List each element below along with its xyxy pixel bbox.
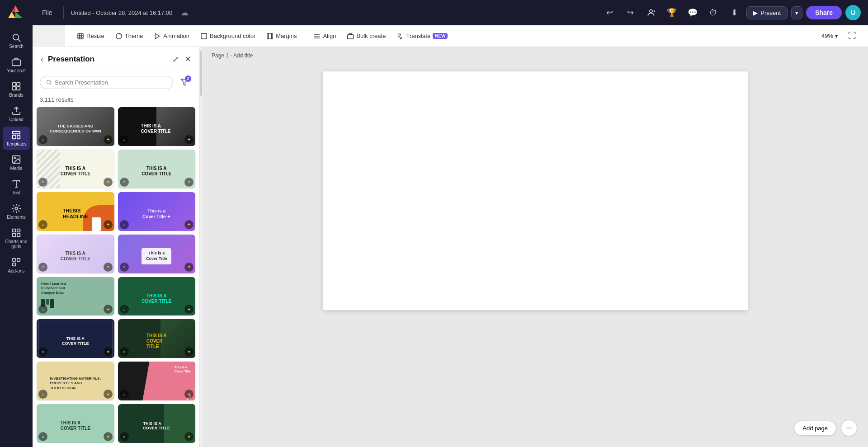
present-button[interactable]: ▶ Present [746,6,788,19]
undo-button[interactable]: ↩ [601,4,618,21]
template-pro-icon: ✦ [184,432,193,441]
sidebar-item-text[interactable]: Text [3,175,30,199]
svg-rect-29 [17,259,20,261]
sidebar-item-search[interactable]: Search [3,29,30,52]
timer-icon[interactable]: ⏱ [705,4,722,21]
zoom-control[interactable]: 49% ▾ [818,31,842,41]
svg-rect-24 [13,229,15,232]
translate-button[interactable]: Translate NEW [392,30,452,42]
document-title: Untitled - October 28, 2024 at 16.17.00 [71,9,173,16]
template-card[interactable]: THIS IS ACOVER TITLE ○ ✦ [36,319,115,358]
bulk-create-button[interactable]: Bulk create [342,30,390,42]
canvas-scroll[interactable] [203,62,868,447]
template-card[interactable]: This is aCover Title ✦ ○ ✦ [118,192,196,231]
template-card[interactable]: THIS IS ACOVER TITLE ○ ✦ [118,149,196,189]
svg-rect-18 [17,135,20,139]
avatar[interactable]: U [845,5,861,20]
svg-line-9 [18,39,20,42]
template-pro-icon: ✦ [104,178,113,187]
sidebar-label-templates: Templates [6,141,27,146]
sidebar-item-elements[interactable]: Elements [3,200,30,223]
svg-point-8 [13,34,19,40]
sidebar-item-addons[interactable]: Add-ons [3,254,30,277]
template-pro-icon: ✦ [184,263,193,272]
template-preview-icon: ○ [120,305,129,314]
toolbar: Resize Theme Animation Background color … [65,25,868,47]
template-card[interactable]: How I Learnedto Collect andAnalyze Data … [36,277,115,316]
template-card[interactable]: THIS IS ACOVERTITLE ▶▶▶ ○ ✦ [118,319,196,358]
template-card[interactable]: THIS IS ACOVER TITLE ○ ✦ [118,404,196,443]
panel-back-button[interactable]: ‹ [40,54,44,65]
svg-point-20 [14,157,15,159]
template-preview-icon: ○ [120,390,129,399]
template-preview-icon: ○ [120,432,129,441]
theme-button[interactable]: Theme [111,30,147,42]
filter-button[interactable]: 2 [177,75,192,90]
share-button[interactable]: Share [806,6,842,19]
file-menu[interactable]: File [38,7,56,18]
template-card[interactable]: THIS IS ACOVER TITLE ○ ✦ [36,149,115,189]
sidebar-item-media[interactable]: Media [3,151,30,174]
sidebar-label-upload: Upload [9,117,24,122]
animation-button[interactable]: Animation [149,30,194,42]
translate-new-badge: NEW [433,33,448,39]
template-card[interactable]: THE CAUSES ANDCONSEQUENCES OF WWI ○ ✦ [36,107,115,146]
svg-rect-33 [201,33,207,39]
background-color-button[interactable]: Background color [196,30,260,42]
templates-panel: ‹ Presentation ⤢ ✕ 2 3,111 results [33,47,200,447]
search-box[interactable] [40,76,173,89]
svg-rect-13 [13,87,16,90]
sidebar-label-search: Search [9,44,24,49]
panel-expand-button[interactable]: ⤢ [171,53,180,65]
sidebar-label-media: Media [10,166,22,171]
template-preview-icon: ○ [120,347,129,356]
sidebar-item-upload[interactable]: Upload [3,102,30,126]
template-pro-icon: ✦ [184,135,193,144]
templates-grid: THE CAUSES ANDCONSEQUENCES OF WWI ○ ✦ [33,107,199,447]
margins-button[interactable]: Margins [262,30,301,42]
resize-button[interactable]: Resize [72,30,109,42]
search-input[interactable] [55,79,167,86]
sidebar-item-your-stuff[interactable]: Your stuff [3,53,30,77]
download-button[interactable]: ⬇ [726,4,743,21]
more-options-button[interactable]: ··· [841,420,857,436]
redo-button[interactable]: ↪ [622,4,639,21]
svg-rect-26 [13,234,15,236]
svg-rect-28 [13,259,15,261]
template-preview-icon: ○ [120,135,129,144]
sidebar-item-charts[interactable]: Charts and grids [3,224,30,253]
template-card[interactable]: This is aCover Title ○ ✦ [118,234,196,274]
template-card[interactable]: THIS IS ACOVER TITLE ○ ✦ [118,277,196,316]
add-collaborator-button[interactable] [642,4,660,21]
template-card[interactable]: THESISHEADLINE ○ ✦ [36,192,115,231]
cloud-save-icon[interactable]: ☁ [180,8,189,18]
trophy-icon[interactable]: 🏆 [663,4,680,21]
sidebar-item-templates[interactable]: Templates [3,127,30,150]
template-card[interactable]: THIS IS ACOVER TITLE ○ ✦ [36,404,115,443]
template-preview-icon: ○ [38,432,47,441]
template-preview-icon: ○ [38,178,47,187]
align-button[interactable]: Align [309,30,340,42]
template-pro-icon: ✦ [104,135,113,144]
canvas-page[interactable] [323,71,748,310]
svg-point-41 [47,80,50,84]
present-caret-button[interactable]: ▾ [791,6,802,19]
template-card[interactable]: THIS IS A COVER TITLE ○ ✦ [118,107,196,146]
template-card[interactable]: INVESTIGATING MATERIALS:PROPERTIES ANDTH… [36,361,115,401]
fullscreen-button[interactable]: ⛶ [844,28,861,43]
canvas-area: Page 1 - Add title Add page ··· [203,47,868,447]
template-card[interactable]: THIS IS ACOVER TITLE ○ ✦ [36,234,115,274]
panel-close-button[interactable]: ✕ [184,53,192,65]
comment-button[interactable]: 💬 [684,4,701,21]
template-preview-icon: ○ [120,263,129,272]
sidebar-item-brands[interactable]: Brands [3,78,30,101]
svg-point-23 [15,207,18,210]
template-pro-icon: ✦ [104,305,113,314]
app-logo [7,4,24,22]
svg-rect-16 [13,132,20,134]
search-icon [46,79,52,85]
sidebar-label-your-stuff: Your stuff [7,68,26,73]
template-card[interactable]: This is aCover Title ↗ ○ ✦ [118,361,196,401]
toolbar-divider1 [305,31,305,42]
add-page-button[interactable]: Add page [794,421,836,436]
